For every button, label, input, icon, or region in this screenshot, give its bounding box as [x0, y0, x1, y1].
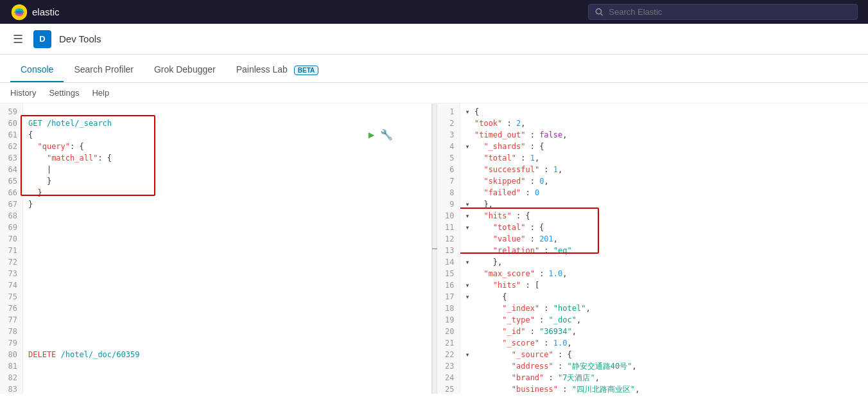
response-code[interactable]: 1 2 3 4 5 6 7 8 9 10 11 12 13 14 15 16 1…	[437, 103, 869, 394]
resp-line-16: ▾ "hits" : [	[465, 279, 864, 291]
top-bar: elastic	[0, 0, 868, 24]
main-content: 59 60 61 62 63 64 65 66 67 68 69 70 71 7…	[0, 103, 868, 394]
svg-point-3	[14, 10, 24, 13]
response-panel: 1 2 3 4 5 6 7 8 9 10 11 12 13 14 15 16 1…	[437, 103, 869, 394]
resp-line-8: "failed" : 0	[465, 187, 864, 198]
resp-line-24: "brand" : "7天酒店",	[465, 372, 864, 384]
resp-line-5: "total" : 1,	[465, 152, 864, 164]
history-link[interactable]: History	[10, 88, 36, 98]
editor-icons: ▶ 🔧	[369, 129, 393, 141]
dev-tools-label: Dev Tools	[59, 33, 101, 44]
beta-badge: BETA	[294, 66, 318, 75]
code-line-73	[28, 268, 426, 279]
scrollbar-divider: |	[432, 103, 437, 394]
tab-search-profiler[interactable]: Search Profiler	[64, 58, 144, 82]
elastic-logo-text: elastic	[32, 6, 60, 17]
resp-line-14: ▾ },	[465, 256, 864, 268]
resp-line-25: "business" : "四川北路商业区",	[465, 384, 864, 394]
code-content: GET /hotel/_search { "query": { "match_a…	[23, 103, 431, 394]
svg-line-5	[601, 13, 603, 15]
code-line-68	[28, 210, 426, 222]
elastic-logo-icon	[10, 3, 28, 21]
search-bar-wrapper	[588, 4, 858, 20]
settings-link[interactable]: Settings	[49, 88, 79, 98]
code-line-59	[28, 106, 426, 118]
run-icon[interactable]: ▶	[369, 129, 375, 141]
code-line-72	[28, 256, 426, 268]
search-input[interactable]	[609, 7, 851, 17]
code-line-66: }	[28, 187, 426, 198]
code-line-82	[28, 372, 426, 384]
code-line-78	[28, 326, 426, 337]
response-content: ▾ { "took" : 2, "timed_out" : false, ▾ "…	[460, 103, 869, 394]
help-link[interactable]: Help	[92, 88, 109, 98]
code-line-74	[28, 279, 426, 291]
editor-panel: 59 60 61 62 63 64 65 66 67 68 69 70 71 7…	[0, 103, 432, 394]
wrench-icon[interactable]: 🔧	[380, 129, 393, 141]
resp-line-4: ▾ "_shards" : {	[465, 141, 864, 152]
tab-painless-lab[interactable]: Painless Lab BETA	[226, 58, 329, 82]
resp-line-2: "took" : 2,	[465, 118, 864, 129]
resp-line-13: "relation" : "eq"	[465, 245, 864, 256]
search-icon	[595, 8, 603, 17]
code-line-69	[28, 222, 426, 233]
resp-line-21: "_score" : 1.0,	[465, 337, 864, 349]
resp-line-23: "address" : "静安交通路40号",	[465, 360, 864, 372]
elastic-logo[interactable]: elastic	[10, 3, 60, 21]
line-numbers: 59 60 61 62 63 64 65 66 67 68 69 70 71 7…	[0, 103, 23, 394]
painless-lab-label: Painless Lab	[236, 64, 288, 75]
resp-line-19: "_type" : "_doc",	[465, 314, 864, 326]
code-line-83	[28, 384, 426, 394]
resp-line-9: ▾ },	[465, 198, 864, 210]
action-bar: History Settings Help	[0, 83, 868, 103]
code-line-76	[28, 303, 426, 314]
code-line-71	[28, 245, 426, 256]
resp-line-1: ▾ {	[465, 106, 864, 118]
code-line-63: "match_all": {	[28, 152, 426, 164]
resp-line-3: "timed_out" : false,	[465, 129, 864, 141]
code-line-67: }	[28, 198, 426, 210]
code-line-77	[28, 314, 426, 326]
resp-line-22: ▾ "_source" : {	[465, 349, 864, 360]
code-line-80: DELETE /hotel/_doc/60359	[28, 349, 426, 360]
resp-line-15: "max_score" : 1.0,	[465, 268, 864, 279]
code-line-79	[28, 337, 426, 349]
second-bar: ☰ D Dev Tools	[0, 24, 868, 55]
code-line-81	[28, 360, 426, 372]
code-line-75	[28, 291, 426, 303]
resp-line-12: "value" : 201,	[465, 233, 864, 245]
code-area[interactable]: 59 60 61 62 63 64 65 66 67 68 69 70 71 7…	[0, 103, 431, 394]
svg-point-4	[596, 8, 601, 13]
tab-console[interactable]: Console	[10, 58, 64, 82]
code-line-61: {	[28, 129, 426, 141]
search-bar[interactable]	[588, 4, 858, 20]
code-line-70	[28, 233, 426, 245]
resp-line-7: "skipped" : 0,	[465, 175, 864, 187]
code-line-60: GET /hotel/_search	[28, 118, 426, 129]
response-line-numbers: 1 2 3 4 5 6 7 8 9 10 11 12 13 14 15 16 1…	[437, 103, 460, 394]
resp-line-18: "_index" : "hotel",	[465, 303, 864, 314]
resp-line-17: ▾ {	[465, 291, 864, 303]
dev-tools-badge: D	[33, 30, 51, 48]
hamburger-button[interactable]: ☰	[10, 30, 26, 49]
resp-line-6: "successful" : 1,	[465, 164, 864, 175]
resp-line-20: "_id" : "36934",	[465, 326, 864, 337]
code-line-64: |	[28, 164, 426, 175]
tab-bar: Console Search Profiler Grok Debugger Pa…	[0, 55, 868, 83]
tab-grok-debugger[interactable]: Grok Debugger	[144, 58, 226, 82]
resp-line-11: ▾ "total" : {	[465, 222, 864, 233]
code-line-62: "query": {	[28, 141, 426, 152]
resp-line-10: ▾ "hits" : {	[465, 210, 864, 222]
code-line-65: }	[28, 175, 426, 187]
